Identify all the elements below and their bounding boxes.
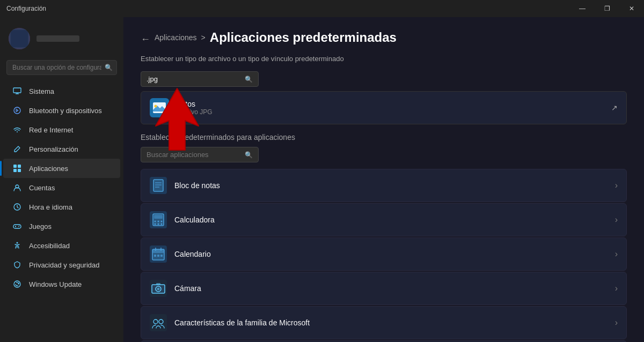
calendario-icon [150,246,167,263]
apps-section-title: Establecer predeterminados para aplicaci… [141,133,627,142]
filetype-search-icon: 🔍 [245,76,253,83]
svg-point-18 [19,226,20,227]
restore-button[interactable]: ❐ [595,0,619,17]
avatar [9,28,30,49]
wifi-icon [12,124,23,135]
svg-rect-8 [13,165,17,168]
sidebar-label-personalizacion: Personalización [29,145,78,153]
content-area: ← Aplicaciones > Aplicaciones predetermi… [123,17,644,342]
sidebar-item-privacidad[interactable]: Privacidad y seguridad [3,255,120,274]
minimize-button[interactable]: — [570,0,595,17]
page-subtitle: Establecer un tipo de archivo o un tipo … [141,55,627,63]
breadcrumb-parent: Aplicaciones [155,33,197,42]
app-chevron-caracteristicas: › [615,318,618,328]
sidebar-label-windows-update: Windows Update [29,280,82,288]
filetype-search-bar[interactable]: 🔍 [141,71,259,87]
sidebar-item-windows-update[interactable]: Windows Update [3,274,120,294]
app-item-bloc-notas[interactable]: Bloc de notas › [141,169,627,202]
bluetooth-icon [12,105,23,116]
svg-rect-43 [152,249,164,253]
svg-rect-10 [13,169,17,172]
sidebar-item-red[interactable]: Red e Internet [3,120,120,139]
svg-point-20 [14,281,20,287]
sidebar-label-privacidad: Privacidad y seguridad [29,261,100,269]
app-name-camara: Cámara [174,284,615,293]
titlebar-title: Configuración [6,5,46,12]
camara-icon [150,280,167,297]
sidebar-label-juegos: Juegos [29,222,52,231]
svg-point-7 [17,131,18,132]
svg-point-23 [155,105,157,108]
app-chevron-camara: › [615,284,618,293]
apps-search-icon: 🔍 [245,151,253,159]
sidebar: 🔍 Sistema Bluetooth y disposit [0,17,123,342]
breadcrumb-current: Aplicaciones predeterminadas [210,30,397,45]
apps-icon [12,163,23,174]
username-blurred [36,35,79,42]
calculadora-icon [150,211,167,228]
user-icon [12,182,23,193]
sidebar-label-aplicaciones: Aplicaciones [29,165,68,173]
svg-rect-14 [13,225,21,228]
svg-rect-46 [154,255,156,257]
shield-icon [12,259,23,270]
svg-point-37 [155,224,156,225]
svg-rect-33 [154,215,163,219]
update-icon [12,279,23,289]
back-button[interactable]: ← [141,34,150,45]
app-item-camara[interactable]: Cámara › [141,272,627,305]
monitor-icon [12,86,23,96]
breadcrumb-separator: > [201,33,206,42]
sidebar-item-personalizacion[interactable]: Personalización [3,139,120,159]
bloc-notas-icon [150,177,167,194]
app-item-caracteristicas[interactable]: Características de la familia de Microso… [141,306,627,339]
svg-rect-3 [13,88,21,93]
titlebar: Configuración — ❐ ✕ [0,0,644,17]
sidebar-item-cuentas[interactable]: Cuentas [3,178,120,197]
sidebar-label-bluetooth: Bluetooth y dispositivos [29,107,102,115]
app-item-calendario[interactable]: Calendario › [141,237,627,271]
svg-point-34 [155,221,156,222]
app-item-calculadora[interactable]: Calculadora › [141,203,627,236]
caracteristicas-icon [150,314,167,331]
svg-rect-48 [160,255,163,257]
main-layout: 🔍 Sistema Bluetooth y disposit [0,17,644,342]
sidebar-item-hora[interactable]: Hora e idioma [3,197,120,217]
sidebar-profile [0,21,123,56]
apps-search-bar[interactable]: 🔍 [141,147,259,162]
sidebar-search-icon: 🔍 [105,64,113,71]
search-result-item[interactable]: Fotos Archivo JPG ↗ [141,91,627,124]
svg-rect-55 [150,314,167,331]
sidebar-search-input[interactable] [6,60,117,75]
sidebar-label-cuentas: Cuentas [29,184,55,192]
svg-rect-25 [153,180,163,191]
close-button[interactable]: ✕ [619,0,644,17]
svg-point-19 [17,242,18,244]
result-text: Fotos Archivo JPG [177,100,611,116]
result-external-link-icon: ↗ [611,103,618,112]
sidebar-item-juegos[interactable]: Juegos [3,217,120,236]
pencil-icon [12,144,23,154]
app-name-bloc-notas: Bloc de notas [174,181,615,190]
svg-rect-2 [11,30,28,47]
svg-point-53 [157,288,160,291]
sidebar-item-bluetooth[interactable]: Bluetooth y dispositivos [3,101,120,120]
result-app-icon [150,98,169,117]
app-name-calendario: Calendario [174,250,615,258]
sidebar-item-sistema[interactable]: Sistema [3,81,120,101]
accessibility-icon [12,240,23,251]
svg-rect-47 [157,255,159,257]
breadcrumb: Aplicaciones > Aplicaciones predetermina… [155,30,397,45]
sidebar-item-accesibilidad[interactable]: Accesibilidad [3,236,120,255]
sidebar-label-red: Red e Internet [29,126,73,134]
sidebar-item-aplicaciones[interactable]: Aplicaciones [3,159,120,178]
result-desc: Archivo JPG [177,108,611,116]
app-name-caracteristicas: Características de la familia de Microso… [174,318,615,327]
apps-search-input[interactable] [147,151,245,159]
sidebar-label-sistema: Sistema [29,87,54,95]
app-name-calculadora: Calculadora [174,215,615,224]
svg-point-17 [18,226,19,227]
filetype-search-input[interactable] [147,75,245,83]
svg-rect-11 [18,169,21,172]
header-row: ← Aplicaciones > Aplicaciones predetermi… [141,30,627,48]
